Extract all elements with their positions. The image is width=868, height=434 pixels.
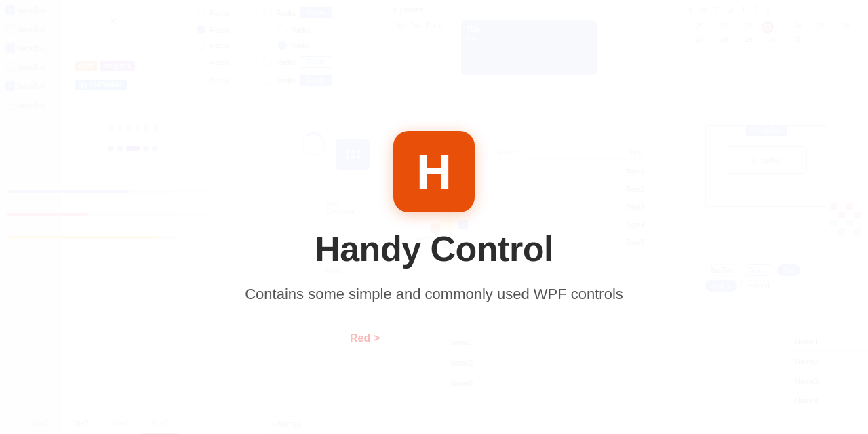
fg-layer: H Handy Control Contains some simple and… (0, 0, 868, 434)
red-arrow-text: Red > (350, 332, 380, 344)
page-subtitle: Contains some simple and commonly used W… (245, 285, 623, 303)
page-title: Handy Control (315, 229, 553, 269)
logo-letter: H (416, 147, 452, 196)
app-logo: H (393, 131, 475, 212)
